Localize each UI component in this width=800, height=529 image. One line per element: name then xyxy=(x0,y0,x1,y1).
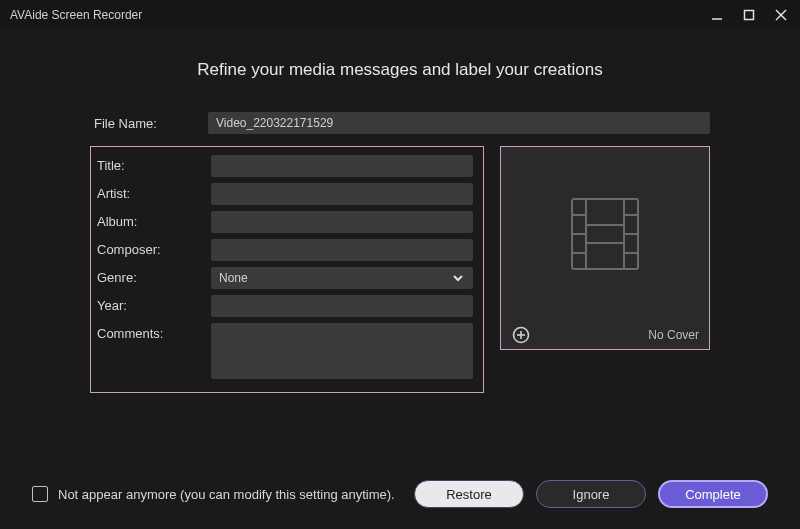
add-cover-button[interactable] xyxy=(511,325,531,345)
page-heading: Refine your media messages and label you… xyxy=(90,60,710,80)
maximize-button[interactable] xyxy=(740,6,758,24)
metadata-panel: Title: Artist: Album: Composer: Genre: xyxy=(90,146,484,393)
cover-placeholder xyxy=(501,147,709,321)
album-input[interactable] xyxy=(211,211,473,233)
title-input[interactable] xyxy=(211,155,473,177)
content-area: Refine your media messages and label you… xyxy=(0,30,800,465)
year-label: Year: xyxy=(93,295,211,313)
file-name-label: File Name: xyxy=(90,116,208,131)
ignore-button[interactable]: Ignore xyxy=(536,480,646,508)
cover-panel: No Cover xyxy=(500,146,710,350)
restore-button[interactable]: Restore xyxy=(414,480,524,508)
complete-button[interactable]: Complete xyxy=(658,480,768,508)
svg-rect-1 xyxy=(745,11,754,20)
not-appear-wrap: Not appear anymore (you can modify this … xyxy=(32,486,402,502)
cover-footer: No Cover xyxy=(501,321,709,349)
artist-label: Artist: xyxy=(93,183,211,201)
year-input[interactable] xyxy=(211,295,473,317)
plus-circle-icon xyxy=(512,326,530,344)
artist-input[interactable] xyxy=(211,183,473,205)
title-label: Title: xyxy=(93,155,211,173)
genre-value[interactable] xyxy=(211,267,473,289)
footer: Not appear anymore (you can modify this … xyxy=(0,465,800,529)
file-name-input[interactable] xyxy=(208,112,710,134)
columns: Title: Artist: Album: Composer: Genre: xyxy=(90,146,710,393)
file-name-row: File Name: xyxy=(90,112,710,134)
comments-input[interactable] xyxy=(211,323,473,379)
film-icon xyxy=(560,189,650,279)
minimize-button[interactable] xyxy=(708,6,726,24)
genre-label: Genre: xyxy=(93,267,211,285)
window-controls xyxy=(708,6,790,24)
comments-label: Comments: xyxy=(93,323,211,341)
genre-select[interactable] xyxy=(211,267,473,289)
close-button[interactable] xyxy=(772,6,790,24)
titlebar: AVAide Screen Recorder xyxy=(0,0,800,30)
album-label: Album: xyxy=(93,211,211,229)
not-appear-label: Not appear anymore (you can modify this … xyxy=(58,487,395,502)
no-cover-label: No Cover xyxy=(648,328,699,342)
composer-label: Composer: xyxy=(93,239,211,257)
app-title: AVAide Screen Recorder xyxy=(10,8,142,22)
composer-input[interactable] xyxy=(211,239,473,261)
not-appear-checkbox[interactable] xyxy=(32,486,48,502)
